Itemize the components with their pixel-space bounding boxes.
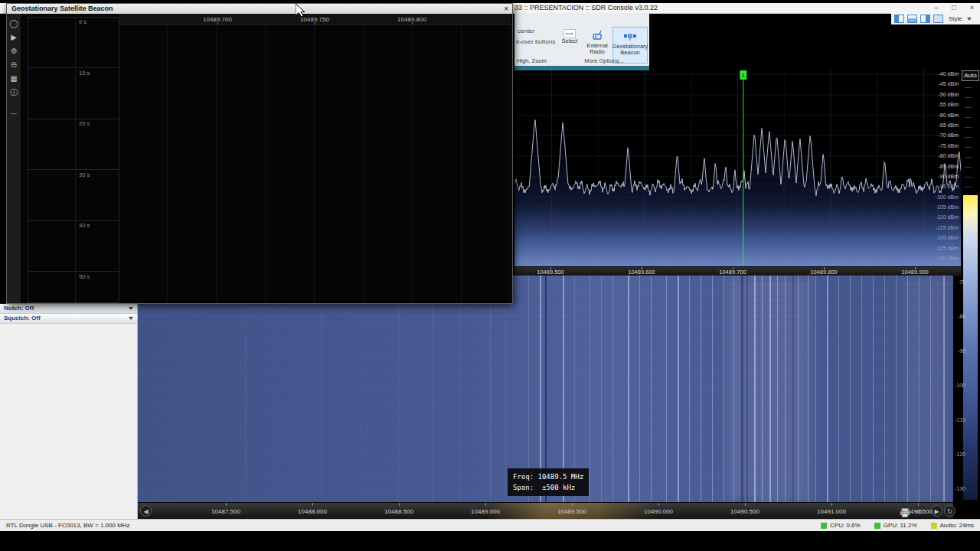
tick [226,503,227,506]
more-icon[interactable]: ⋯ [7,107,21,121]
tick [824,267,825,269]
scroll-right-button[interactable]: ▶ [931,505,942,517]
ellipse-icon[interactable]: ◯ [7,17,21,31]
signal-streak [896,276,897,502]
spectrum-freq-label: 10489.800 [810,269,837,276]
waterfall-freq-label: 10487.500 [211,508,240,515]
style-dropdown[interactable]: Style [949,15,962,22]
beacon-frequency-scale[interactable]: 10489.70010489.75010489.800 [119,14,511,25]
tooltip-span: Span: ±500 kHz [513,484,575,491]
tick [550,267,551,269]
more-options-button[interactable]: More Options... [562,57,646,64]
tooltip-freq: Freq: 10489.5 MHz [513,473,583,481]
play-icon[interactable]: ▶ [7,31,21,44]
notch-header[interactable]: Notch: Off [0,304,137,314]
beacon-time-label: 0 s [79,18,87,25]
main-frequency-scale[interactable]: ◀ x5 ▶ ↻ 10487.50010488.00010488.5001048… [138,502,953,520]
frequency-tooltip: Freq: 10489.5 MHz Span: ±500 kHz [508,468,589,496]
layout-icon-1[interactable] [894,15,904,23]
signal-streak [322,276,322,502]
select-button-label: Select [562,38,578,44]
auto-gain-button[interactable]: Auto [962,70,979,81]
continue-button[interactable]: ↻ [944,505,956,517]
ribbon-option-label: e-over buttons [516,38,555,45]
signal-streak [612,276,613,502]
beacon-time-label: 30 s [79,171,90,178]
waterfall-freq-label: 10490.000 [644,508,673,515]
external-radio-label: External Radio [583,43,611,55]
notch-label: Notch: Off [4,305,34,311]
external-radio-icon [592,29,603,41]
close-icon[interactable]: × [504,4,508,14]
close-button[interactable]: × [970,3,974,13]
globe-grid-icon[interactable]: ⊖ [7,58,21,72]
beacon-time-label: 40 s [79,222,90,229]
cpu-usage: CPU: 0.6% [830,522,861,529]
signal-streak [701,276,701,502]
status-bar: RTL Dongle USB - FC0013, BW = 1.000 MHz … [0,519,980,531]
audio-indicator [931,523,937,529]
signal-streak [490,276,491,502]
layout-icon-4[interactable] [933,15,943,23]
signal-streak [666,276,667,502]
beacon-time-label: 20 s [79,120,90,127]
chevron-down-icon[interactable] [129,307,133,310]
beacon-window-title: Geostationary Satellite Beacon [11,4,113,14]
satellite-icon [624,30,636,42]
ribbon-panel: center e-over buttons ••• Select Externa… [514,13,649,70]
grid-divider [75,18,76,302]
beacon-display[interactable]: ◯▶⊕⊖▦ⓘ⋯ 10489.70010489.75010489.800 0 s1… [7,14,512,303]
tick [733,267,733,269]
layout-icon-2[interactable] [907,15,917,23]
signal-streak [245,276,246,502]
signal-streak [628,276,629,502]
signal-streak [884,276,885,502]
signal-streak [712,276,713,502]
spectrum-display[interactable]: 1 -40 dBm-45 dBm-50 dBm-55 dBm-60 dBm-65… [514,69,961,266]
ribbon-group-caption: High, Zoom [517,57,547,64]
db-label: -130 [955,486,965,491]
signal-streak [838,276,839,502]
mouse-cursor [296,4,305,21]
signal-streak [724,276,724,502]
signal-streak [459,276,460,502]
globe-icon[interactable]: ⊕ [7,44,21,58]
db-label: -70 [958,279,965,285]
tick [572,503,573,506]
gpu-usage: GPU: 11.2% [884,522,917,529]
signal-streak [590,276,590,502]
spectrum-freq-label: 10489.700 [719,269,746,276]
tick [217,22,218,24]
signal-streak [689,276,690,502]
beacon-time-grid: 0 s10 s20 s30 s40 s50 s [28,17,119,303]
waterfall-freq-label: 10488.500 [384,508,413,515]
spectrum-plot[interactable]: 1 [514,69,961,266]
signal-streak [861,276,862,502]
receiver-side-panel: Notch: Off Squelch: Off [0,304,138,519]
scroll-left-button[interactable]: ◀ [140,505,152,517]
ribbon-option-label: center [518,28,534,34]
signal-streak [368,276,368,502]
chart-icon[interactable]: ▦ [7,72,21,86]
waterfall-freq-label: 10491.500 [903,508,933,515]
signal-streak [850,276,851,502]
chevron-down-icon[interactable] [129,317,133,320]
beacon-titlebar[interactable]: Geostationary Satellite Beacon × [7,4,512,15]
signal-streak [651,276,652,502]
tick [915,267,916,269]
db-label: -90 [958,348,965,354]
beacon-gridlines [119,24,512,303]
gain-ticks [965,87,972,193]
layout-icon-3[interactable] [920,15,930,23]
ribbon-footer-bar [514,66,649,70]
gpu-indicator [874,523,880,529]
squelch-header[interactable]: Squelch: Off [0,314,137,324]
waterfall-freq-label: 10488.000 [298,508,327,515]
svg-text:1: 1 [742,72,746,79]
audio-latency: Audio: 24ms [940,522,974,529]
tick [658,503,659,506]
beacon-time-label: 10 s [79,70,90,77]
info-icon[interactable]: ⓘ [7,86,21,99]
minimize-button[interactable]: – [934,3,938,13]
maximize-button[interactable]: □ [952,3,956,13]
